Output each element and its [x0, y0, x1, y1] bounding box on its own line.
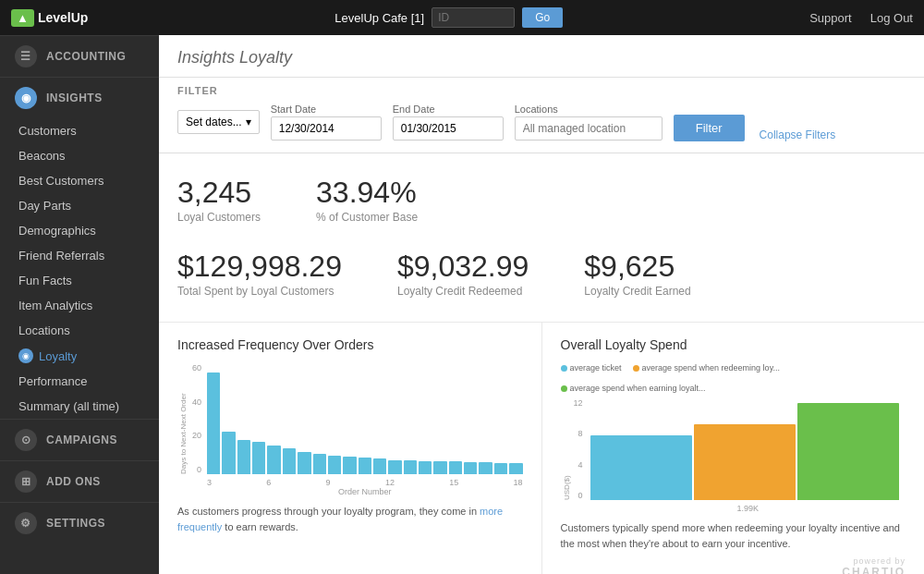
- legend-dot-green: [561, 385, 567, 392]
- sidebar-item-friendreferrals[interactable]: Friend Referrals: [0, 243, 159, 268]
- legend-dot-orange: [633, 365, 639, 372]
- bar-item: [328, 456, 341, 474]
- start-date-input[interactable]: [271, 116, 382, 140]
- support-link[interactable]: Support: [809, 11, 852, 25]
- right-x-axis-label: 1.99K: [561, 504, 906, 513]
- logo-text: LevelUp: [38, 10, 88, 25]
- loyalty-active-icon: ◉: [18, 348, 33, 363]
- stat-customer-base: 33.94% % of Customer Base: [316, 168, 436, 233]
- bar-item: [419, 461, 432, 474]
- left-chart-title: Increased Frequency Over Orders: [177, 337, 523, 352]
- legend-dot-blue: [561, 365, 567, 372]
- end-date-field: End Date: [393, 104, 504, 140]
- filter-wrapper: Set dates... ▾ Start Date End Date Locat…: [177, 102, 906, 141]
- bar-item: [283, 448, 296, 474]
- left-chart-desc: As customers progress through your loyal…: [177, 504, 523, 534]
- campaigns-icon: ⊙: [15, 429, 37, 451]
- bar-item: [449, 461, 462, 474]
- sidebar-item-beacons[interactable]: Beacons: [0, 143, 159, 168]
- insights-subitems: Customers Beacons Best Customers Day Par…: [0, 118, 159, 419]
- campaigns-label: CAMPAIGNS: [46, 434, 117, 446]
- bar-item: [494, 463, 507, 474]
- sidebar-item-funfacts[interactable]: Fun Facts: [0, 268, 159, 293]
- stat-credit-earned: $9,625 Loyalty Credit Earned: [584, 242, 709, 307]
- sidebar-item-loyalty[interactable]: ◉ Loyalty: [0, 343, 159, 369]
- stat-base-label: % of Customer Base: [316, 211, 418, 224]
- insights-label: INSIGHTS: [46, 92, 103, 104]
- x-axis-labels: 3 6 9 12 15 18: [177, 478, 523, 487]
- addons-label: ADD ONS: [46, 475, 101, 488]
- nav-center: LevelUp Cafe [1] Go: [334, 7, 563, 28]
- start-date-label: Start Date: [271, 104, 382, 115]
- bar-item: [313, 454, 326, 474]
- dropdown-arrow: ▾: [246, 116, 251, 128]
- addons-icon: ⊞: [15, 470, 37, 493]
- stats-row-1: 3,245 Loyal Customers 33.94% % of Custom…: [159, 153, 924, 233]
- bar-item: [404, 460, 417, 474]
- bar-item: [509, 463, 522, 474]
- accounting-icon: ☰: [15, 45, 37, 67]
- page-title: Insights Loyalty: [177, 48, 906, 67]
- bar-item: [359, 458, 371, 474]
- right-chart-panel: Overall Loyalty Spend average ticket ave…: [542, 323, 925, 574]
- end-date-label: End Date: [393, 104, 504, 115]
- settings-icon: ⚙: [15, 512, 37, 534]
- bar-orange: [694, 424, 796, 500]
- sidebar-item-summary[interactable]: Summary (all time): [0, 394, 159, 419]
- grouped-bar-chart: [561, 398, 906, 500]
- bar-green: [797, 403, 899, 500]
- set-dates-field: Set dates... ▾: [177, 110, 260, 134]
- locations-input[interactable]: [515, 116, 663, 140]
- sidebar-addons[interactable]: ⊞ ADD ONS: [0, 460, 159, 502]
- accounting-label: ACCOUNTING: [46, 50, 126, 63]
- right-chart-title: Overall Loyalty Spend: [561, 337, 906, 352]
- right-chart-area: USD($) 12 8 4 0: [561, 398, 906, 513]
- x-axis-title: Order Number: [177, 487, 523, 496]
- sidebar-item-demographics[interactable]: Demographics: [0, 218, 159, 243]
- sidebar-insights[interactable]: ◉ INSIGHTS: [0, 77, 159, 118]
- sidebar-item-locations[interactable]: Locations: [0, 318, 159, 343]
- set-dates-select[interactable]: Set dates... ▾: [177, 110, 260, 134]
- chartio-text: CHARTIO: [561, 566, 906, 574]
- id-input[interactable]: [432, 7, 515, 28]
- right-chart-desc: Customers typically spend more when rede…: [561, 520, 906, 551]
- stat-loyal-value: 3,245: [177, 177, 261, 207]
- bar-item: [237, 440, 250, 474]
- filter-label: FILTER: [177, 85, 906, 96]
- chartio-badge: powered by CHARTIO: [561, 556, 906, 574]
- sidebar-item-performance[interactable]: Performance: [0, 369, 159, 394]
- filter-button[interactable]: Filter: [674, 115, 745, 141]
- stat-redeemed-value: $9,032.99: [397, 251, 529, 281]
- cafe-name: LevelUp Cafe [1]: [334, 11, 424, 25]
- locations-field: Locations: [515, 104, 663, 140]
- bar-item: [298, 452, 310, 474]
- end-date-input[interactable]: [393, 116, 504, 140]
- insights-icon: ◉: [15, 87, 37, 109]
- top-navigation: ▲ LevelUp LevelUp Cafe [1] Go Support Lo…: [0, 0, 924, 35]
- sidebar-item-customers[interactable]: Customers: [0, 118, 159, 143]
- bar-item: [222, 432, 235, 474]
- legend-blue: average ticket: [561, 363, 622, 372]
- bar-item: [207, 372, 220, 474]
- legend-green: average spend when earning loyalt...: [561, 384, 706, 393]
- sidebar-item-itemanalytics[interactable]: Item Analytics: [0, 293, 159, 318]
- sidebar-campaigns[interactable]: ⊙ CAMPAIGNS: [0, 419, 159, 460]
- stat-credit-redeemed: $9,032.99 Loyalty Credit Redeemed: [397, 242, 547, 307]
- go-button[interactable]: Go: [522, 7, 563, 28]
- sidebar-accounting[interactable]: ☰ ACCOUNTING: [0, 35, 159, 77]
- logout-link[interactable]: Log Out: [870, 11, 913, 25]
- stat-total-value: $129,998.29: [177, 251, 342, 281]
- stats-row-2: $129,998.29 Total Spent by Loyal Custome…: [159, 233, 924, 323]
- content-header: Insights Loyalty: [159, 35, 924, 78]
- collapse-filters-link[interactable]: Collapse Filters: [760, 128, 836, 141]
- sidebar-settings[interactable]: ⚙ SETTINGS: [0, 502, 159, 543]
- bar-item: [433, 461, 446, 474]
- bar-item: [343, 457, 356, 474]
- locations-label: Locations: [515, 104, 663, 115]
- nav-links: Support Log Out: [809, 11, 913, 25]
- bar-item: [479, 462, 492, 474]
- bar-chart: [177, 363, 523, 474]
- sidebar-item-bestcustomers[interactable]: Best Customers: [0, 168, 159, 193]
- sidebar-item-dayparts[interactable]: Day Parts: [0, 193, 159, 218]
- settings-label: SETTINGS: [46, 517, 105, 530]
